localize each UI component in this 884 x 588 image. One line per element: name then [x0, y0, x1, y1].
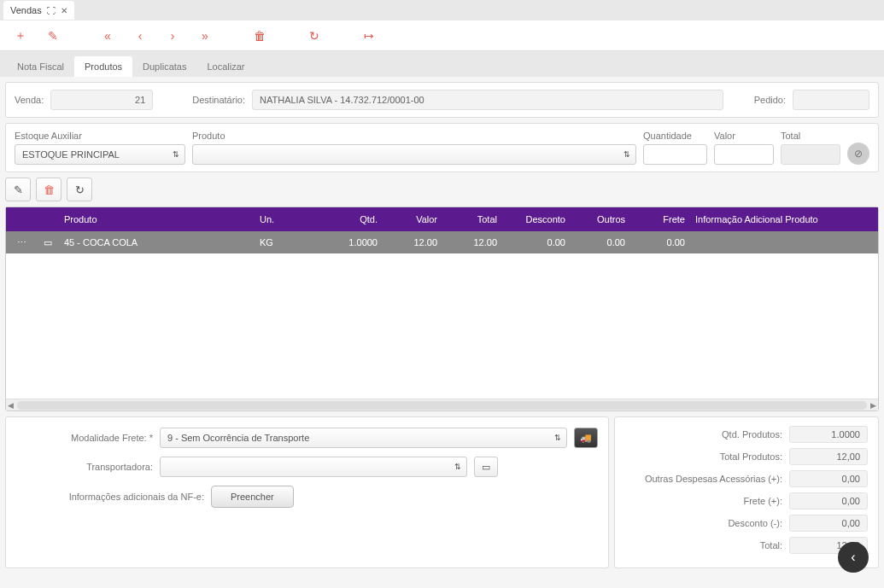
transportadora-label: Transportadora:: [16, 462, 153, 472]
delete-row-button[interactable]: 🗑: [36, 178, 61, 201]
first-button[interactable]: «: [99, 27, 116, 44]
edit-row-button[interactable]: ✎: [5, 178, 31, 201]
scroll-track[interactable]: [17, 401, 867, 410]
col-valor[interactable]: Valor: [383, 214, 442, 224]
cell-valor: 12.00: [383, 237, 442, 247]
cell-produto: 45 - COCA COLA: [59, 237, 255, 247]
transportadora-select[interactable]: [160, 457, 467, 477]
window-tab-bar: Vendas ⛶ ✕: [0, 0, 884, 20]
col-total[interactable]: Total: [442, 214, 502, 224]
prev-button[interactable]: ‹: [132, 27, 149, 44]
venda-field: 21: [50, 90, 153, 110]
desconto-value: 0,00: [789, 515, 868, 532]
total-label: Total: [781, 131, 840, 141]
produto-select[interactable]: [192, 144, 636, 165]
frete-value: 0,00: [789, 492, 868, 509]
destinatario-field: NATHALIA SILVA - 14.732.712/0001-00: [252, 90, 723, 110]
quantidade-label: Quantidade: [643, 131, 707, 141]
pedido-field: [793, 90, 869, 110]
cell-frete: 0.00: [630, 237, 690, 247]
total-produtos-label: Total Produtos:: [625, 451, 789, 462]
window-tab[interactable]: Vendas ⛶ ✕: [3, 1, 74, 20]
table-row[interactable]: ⋯ ▭ 45 - COCA COLA KG 1.0000 12.00 12.00…: [6, 231, 878, 253]
total-produtos-value: 12,00: [789, 448, 868, 465]
refresh-button[interactable]: ↻: [306, 27, 323, 44]
sub-tab-bar: Nota Fiscal Produtos Duplicatas Localiza…: [0, 51, 884, 77]
cell-total: 12.00: [442, 237, 502, 247]
tab-nota-fiscal[interactable]: Nota Fiscal: [7, 56, 74, 77]
grid-actions: ✎ 🗑 ↻: [5, 178, 879, 201]
scroll-left-icon[interactable]: ◀: [8, 401, 14, 410]
main-toolbar: ＋ ✎ « ‹ › » 🗑 ↻ ↦: [0, 20, 884, 51]
modalidade-label: Modalidade Frete: *: [16, 433, 153, 443]
sum-total-label: Total:: [625, 540, 789, 550]
produto-label: Produto: [192, 131, 636, 141]
cell-desconto: 0.00: [502, 237, 571, 247]
cell-un: KG: [255, 237, 314, 247]
col-frete[interactable]: Frete: [630, 214, 690, 224]
preencher-button[interactable]: Preencher: [211, 486, 294, 508]
sale-header-panel: Venda: 21 Destinatário: NATHALIA SILVA -…: [5, 82, 879, 118]
edit-button[interactable]: ✎: [44, 27, 61, 44]
tab-produtos[interactable]: Produtos: [74, 56, 132, 77]
cell-outros: 0.00: [571, 237, 630, 247]
row-drag-icon[interactable]: ⋯: [6, 237, 37, 248]
col-produto[interactable]: Produto: [59, 214, 255, 224]
qtd-produtos-value: 1.0000: [789, 426, 868, 443]
col-info[interactable]: Informação Adicional Produto: [690, 214, 878, 224]
outras-despesas-label: Outras Despesas Acessórias (+):: [625, 474, 789, 484]
cell-qtd: 1.0000: [314, 237, 383, 247]
venda-label: Venda:: [15, 95, 44, 105]
col-desconto[interactable]: Desconto: [502, 214, 571, 224]
estoque-select[interactable]: ESTOQUE PRINCIPAL: [15, 144, 185, 165]
next-button[interactable]: ›: [164, 27, 181, 44]
destinatario-label: Destinatário:: [192, 95, 245, 105]
total-field: [781, 144, 840, 165]
pedido-label: Pedido:: [754, 95, 786, 105]
close-icon[interactable]: ✕: [61, 6, 67, 15]
row-item-icon: ▭: [37, 237, 59, 248]
last-button[interactable]: »: [196, 27, 214, 44]
scroll-right-icon[interactable]: ▶: [870, 401, 876, 410]
expand-icon[interactable]: ⛶: [47, 6, 56, 15]
add-button[interactable]: ＋: [12, 27, 29, 44]
estoque-label: Estoque Auxiliar: [15, 131, 185, 141]
grid-header: Produto Un. Qtd. Valor Total Desconto Ou…: [6, 207, 878, 231]
delete-button[interactable]: 🗑: [251, 27, 268, 44]
truck-icon-button[interactable]: 🚚: [574, 428, 598, 448]
freight-panel: Modalidade Frete: * 9 - Sem Ocorrência d…: [5, 416, 609, 568]
product-entry-panel: Estoque Auxiliar ESTOQUE PRINCIPAL Produ…: [5, 123, 879, 172]
frete-label: Frete (+):: [625, 496, 789, 506]
horizontal-scrollbar[interactable]: ◀ ▶: [6, 399, 878, 410]
qtd-produtos-label: Qtd. Produtos:: [625, 429, 789, 440]
confirm-entry-button[interactable]: ⊘: [847, 143, 869, 165]
products-grid: Produto Un. Qtd. Valor Total Desconto Ou…: [5, 207, 879, 411]
outras-despesas-value: 0,00: [789, 470, 868, 487]
exit-button[interactable]: ↦: [360, 27, 378, 44]
quantidade-input[interactable]: [643, 144, 707, 165]
desconto-label: Desconto (-):: [625, 518, 789, 528]
col-un[interactable]: Un.: [255, 214, 314, 224]
summary-panel: Qtd. Produtos: 1.0000 Total Produtos: 12…: [614, 416, 879, 568]
valor-label: Valor: [714, 131, 774, 141]
grid-body-empty: [6, 253, 878, 399]
col-outros[interactable]: Outros: [571, 214, 630, 224]
chevron-left-fab[interactable]: ‹: [838, 542, 869, 573]
valor-input[interactable]: [714, 144, 774, 165]
tab-duplicatas[interactable]: Duplicatas: [132, 56, 196, 77]
tab-title: Vendas: [10, 5, 42, 15]
refresh-grid-button[interactable]: ↻: [67, 178, 92, 201]
info-nfe-label: Informações adicionais da NF-e:: [16, 492, 204, 502]
transportadora-lookup-button[interactable]: ▭: [474, 457, 498, 477]
modalidade-select[interactable]: 9 - Sem Ocorrência de Transporte: [160, 428, 567, 448]
col-qtd[interactable]: Qtd.: [314, 214, 383, 224]
tab-localizar[interactable]: Localizar: [196, 56, 255, 77]
